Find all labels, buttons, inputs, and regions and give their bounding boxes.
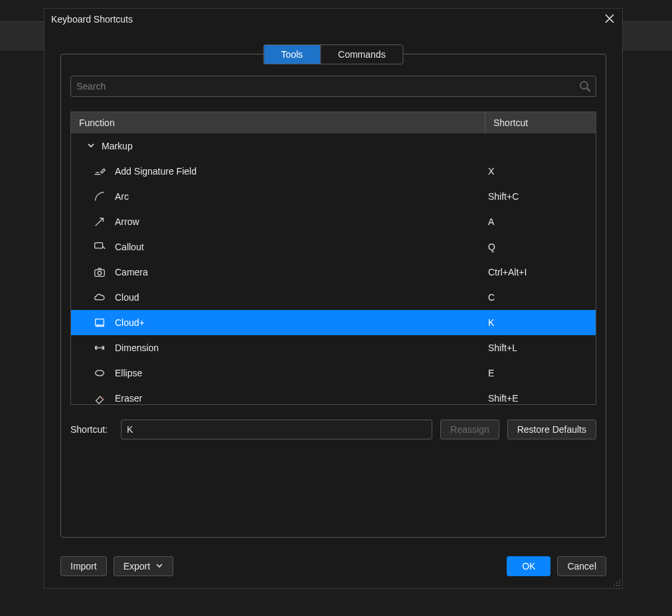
row-label: Cloud+ <box>115 317 145 328</box>
callout-icon <box>92 240 107 254</box>
svg-point-5 <box>96 370 104 376</box>
table-header: Function Shortcut <box>71 112 596 133</box>
signature-icon <box>92 164 107 179</box>
main-panel: Function Shortcut Markup Add Signature F… <box>60 54 606 538</box>
table-row[interactable]: CameraCtrl+Alt+I <box>71 260 596 285</box>
table-row[interactable]: CloudC <box>71 285 596 310</box>
svg-point-8 <box>619 582 620 583</box>
tab-tools[interactable]: Tools <box>264 45 320 64</box>
shortcuts-table: Function Shortcut Markup Add Signature F… <box>70 112 596 405</box>
svg-point-11 <box>619 585 620 586</box>
table-row[interactable]: EraserShift+E <box>71 386 596 404</box>
table-row[interactable]: CalloutQ <box>71 234 596 260</box>
row-label: Dimension <box>115 343 159 353</box>
svg-rect-2 <box>95 270 105 276</box>
shortcut-label: Shortcut: <box>70 424 113 435</box>
cloudplus-icon <box>92 315 107 330</box>
arrow-icon <box>92 214 107 229</box>
row-label: Cloud <box>115 292 139 303</box>
dialog-footer: Import Export OK Cancel <box>60 556 606 576</box>
ok-button[interactable]: OK <box>507 556 550 576</box>
row-label: Arrow <box>115 216 139 227</box>
search-icon <box>578 80 592 93</box>
resize-grip-icon[interactable] <box>612 578 621 587</box>
group-markup[interactable]: Markup <box>71 133 596 159</box>
close-icon <box>605 14 614 25</box>
tabs: Tools Commands <box>263 44 403 64</box>
header-function[interactable]: Function <box>71 112 485 133</box>
chevron-down-icon <box>87 141 95 151</box>
export-label: Export <box>124 561 150 572</box>
row-shortcut: A <box>485 216 596 227</box>
row-shortcut: K <box>485 317 596 328</box>
svg-point-6 <box>619 579 620 581</box>
eraser-icon <box>92 391 107 404</box>
svg-point-9 <box>614 585 615 586</box>
row-label: Arc <box>115 191 129 202</box>
export-button[interactable]: Export <box>114 556 173 576</box>
row-shortcut: Shift+L <box>485 343 596 353</box>
svg-point-7 <box>616 582 618 583</box>
shortcut-input[interactable] <box>121 420 432 439</box>
row-shortcut: Shift+E <box>485 393 596 404</box>
table-row[interactable]: DimensionShift+L <box>71 335 596 360</box>
row-label: Camera <box>115 267 148 277</box>
arc-icon <box>92 189 107 204</box>
camera-icon <box>92 265 107 279</box>
table-row[interactable]: Add Signature FieldX <box>71 159 596 184</box>
table-body[interactable]: Markup Add Signature FieldXArcShift+CArr… <box>71 133 596 404</box>
cloud-icon <box>92 290 107 305</box>
dimension-icon <box>92 341 107 355</box>
shortcut-edit-row: Shortcut: Reassign Restore Defaults <box>70 420 596 439</box>
row-label: Callout <box>115 242 144 252</box>
cancel-button[interactable]: Cancel <box>557 556 606 576</box>
dialog-content: Tools Commands Function Shortcut <box>44 30 622 588</box>
titlebar: Keyboard Shortcuts <box>44 9 622 30</box>
table-row[interactable]: ArrowA <box>71 209 596 234</box>
row-shortcut: Ctrl+Alt+I <box>485 267 596 277</box>
keyboard-shortcuts-dialog: Keyboard Shortcuts Tools Commands <box>44 8 623 589</box>
chevron-down-icon <box>155 561 163 572</box>
svg-rect-1 <box>95 243 103 248</box>
reassign-button: Reassign <box>440 420 499 439</box>
svg-point-3 <box>98 271 101 275</box>
row-shortcut: Shift+C <box>485 191 596 202</box>
row-shortcut: Q <box>485 242 596 252</box>
import-button[interactable]: Import <box>60 556 107 576</box>
row-label: Eraser <box>115 393 142 404</box>
header-shortcut[interactable]: Shortcut <box>485 112 596 133</box>
restore-defaults-button[interactable]: Restore Defaults <box>507 420 596 439</box>
svg-rect-4 <box>96 319 104 325</box>
row-shortcut: C <box>485 292 596 303</box>
row-shortcut: E <box>485 368 596 378</box>
close-button[interactable] <box>602 12 617 27</box>
table-row[interactable]: EllipseE <box>71 360 596 386</box>
search-input[interactable] <box>76 81 578 92</box>
ellipse-icon <box>92 366 107 380</box>
row-label: Add Signature Field <box>115 166 197 177</box>
row-shortcut: X <box>485 166 596 177</box>
svg-point-10 <box>616 585 618 586</box>
search-bar[interactable] <box>70 76 596 97</box>
dialog-title: Keyboard Shortcuts <box>51 14 133 25</box>
table-row[interactable]: Cloud+K <box>71 310 596 335</box>
tab-commands[interactable]: Commands <box>320 45 403 64</box>
table-row[interactable]: ArcShift+C <box>71 184 596 209</box>
group-label: Markup <box>102 141 133 151</box>
row-label: Ellipse <box>115 368 142 378</box>
